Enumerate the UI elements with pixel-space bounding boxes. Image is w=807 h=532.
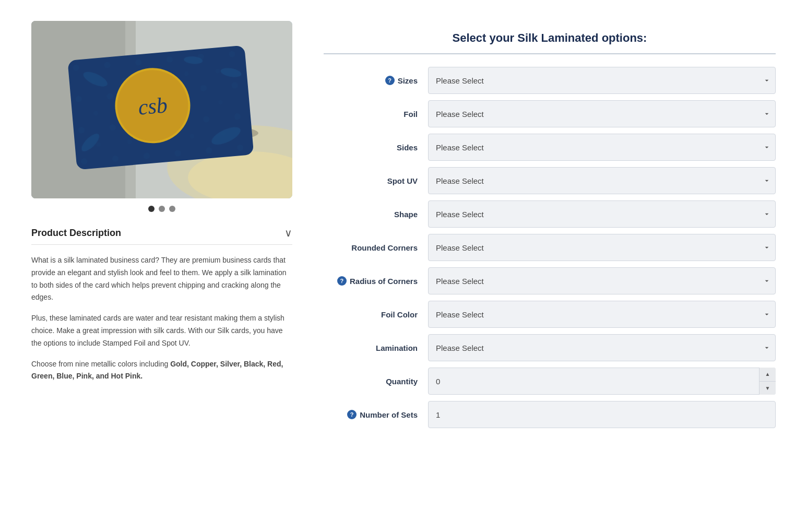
option-row-sides: SidesPlease Select bbox=[324, 134, 776, 161]
option-label-text-sizes: Sizes bbox=[398, 76, 418, 85]
option-select-shape[interactable]: Please Select bbox=[428, 200, 776, 228]
option-select-foil[interactable]: Please Select bbox=[428, 100, 776, 127]
option-label-lamination: Lamination bbox=[324, 344, 428, 352]
page-container: csb bbox=[0, 0, 807, 455]
spinner-wrapper-quantity: ▲▼ bbox=[428, 368, 776, 395]
option-select-lamination[interactable]: Please Select bbox=[428, 334, 776, 361]
option-select-foil-color[interactable]: Please Select bbox=[428, 301, 776, 328]
description-paragraph-2: Plus, these laminated cards are water an… bbox=[31, 312, 292, 349]
option-label-text-sides: Sides bbox=[397, 143, 418, 152]
option-row-foil: FoilPlease Select bbox=[324, 100, 776, 127]
option-label-text-rounded-corners: Rounded Corners bbox=[351, 243, 418, 252]
option-label-radius-of-corners: ?Radius of Corners bbox=[324, 276, 428, 286]
option-row-number-of-sets: ?Number of Sets bbox=[324, 401, 776, 428]
option-label-text-radius-of-corners: Radius of Corners bbox=[350, 277, 418, 286]
option-select-sizes[interactable]: Please Select bbox=[428, 67, 776, 94]
product-description-section: Product Description ∨ What is a silk lam… bbox=[31, 227, 292, 383]
option-select-radius-of-corners[interactable]: Please Select bbox=[428, 267, 776, 294]
product-description-toggle[interactable]: Product Description ∨ bbox=[31, 227, 292, 245]
spinner-input-quantity[interactable] bbox=[428, 368, 776, 395]
option-select-spot-uv[interactable]: Please Select bbox=[428, 167, 776, 194]
carousel-dot-1[interactable] bbox=[148, 206, 155, 212]
option-row-quantity: Quantity▲▼ bbox=[324, 368, 776, 395]
option-label-text-spot-uv: Spot UV bbox=[387, 176, 418, 185]
option-label-text-lamination: Lamination bbox=[376, 344, 418, 352]
help-icon-sizes[interactable]: ? bbox=[385, 76, 395, 85]
option-row-sizes: ?SizesPlease Select bbox=[324, 67, 776, 94]
left-column: csb bbox=[31, 21, 292, 434]
option-label-spot-uv: Spot UV bbox=[324, 176, 428, 185]
option-row-spot-uv: Spot UVPlease Select bbox=[324, 167, 776, 194]
option-label-text-shape: Shape bbox=[394, 210, 418, 219]
option-label-number-of-sets: ?Number of Sets bbox=[324, 410, 428, 419]
option-label-text-number-of-sets: Number of Sets bbox=[360, 410, 418, 419]
help-icon-radius-of-corners[interactable]: ? bbox=[337, 276, 347, 286]
options-container: ?SizesPlease SelectFoilPlease SelectSide… bbox=[324, 67, 776, 428]
description-paragraph-1: What is a silk laminated business card? … bbox=[31, 254, 292, 304]
options-title: Select your Silk Laminated options: bbox=[324, 31, 776, 45]
option-label-sizes: ?Sizes bbox=[324, 76, 428, 85]
bold-colors: Gold, Copper, Silver, Black, Red, Green,… bbox=[31, 360, 283, 381]
option-row-foil-color: Foil ColorPlease Select bbox=[324, 301, 776, 328]
option-label-sides: Sides bbox=[324, 143, 428, 152]
right-column: Select your Silk Laminated options: ?Siz… bbox=[324, 21, 776, 434]
spinner-up-quantity[interactable]: ▲ bbox=[759, 368, 776, 382]
option-row-radius-of-corners: ?Radius of CornersPlease Select bbox=[324, 267, 776, 294]
chevron-down-icon: ∨ bbox=[284, 227, 292, 239]
option-label-foil-color: Foil Color bbox=[324, 310, 428, 319]
options-divider bbox=[324, 53, 776, 54]
option-label-text-foil-color: Foil Color bbox=[381, 310, 418, 319]
spinner-down-quantity[interactable]: ▼ bbox=[759, 382, 776, 395]
option-label-text-quantity: Quantity bbox=[386, 377, 418, 386]
description-paragraph-3: Choose from nine metallic colors includi… bbox=[31, 358, 292, 383]
product-image: csb bbox=[31, 21, 292, 198]
help-icon-number-of-sets[interactable]: ? bbox=[347, 410, 357, 419]
option-row-lamination: LaminationPlease Select bbox=[324, 334, 776, 361]
option-row-shape: ShapePlease Select bbox=[324, 200, 776, 228]
spinner-arrows-quantity: ▲▼ bbox=[759, 368, 776, 395]
option-row-rounded-corners: Rounded CornersPlease Select bbox=[324, 234, 776, 261]
svg-text:csb: csb bbox=[137, 93, 169, 120]
carousel-dot-2[interactable] bbox=[159, 206, 165, 212]
product-description-body: What is a silk laminated business card? … bbox=[31, 254, 292, 383]
option-label-quantity: Quantity bbox=[324, 377, 428, 386]
carousel-dots bbox=[31, 206, 292, 212]
carousel-dot-3[interactable] bbox=[169, 206, 175, 212]
option-label-rounded-corners: Rounded Corners bbox=[324, 243, 428, 252]
option-label-text-foil: Foil bbox=[403, 110, 418, 119]
option-select-rounded-corners[interactable]: Please Select bbox=[428, 234, 776, 261]
option-input-number-of-sets[interactable] bbox=[428, 401, 776, 428]
option-label-shape: Shape bbox=[324, 210, 428, 219]
option-select-sides[interactable]: Please Select bbox=[428, 134, 776, 161]
option-label-foil: Foil bbox=[324, 110, 428, 119]
product-image-container: csb bbox=[31, 21, 292, 198]
product-description-title: Product Description bbox=[31, 228, 121, 239]
